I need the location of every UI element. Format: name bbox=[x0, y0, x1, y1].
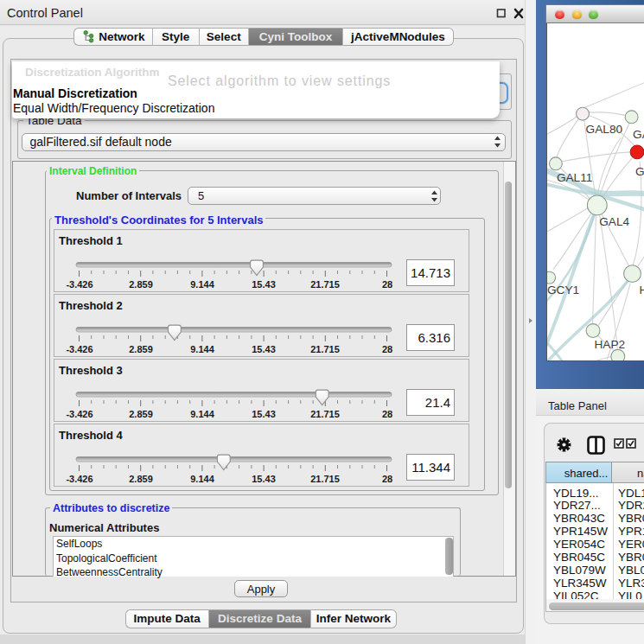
svg-text:GAL4: GAL4 bbox=[599, 215, 629, 228]
svg-text:GAL11: GAL11 bbox=[557, 171, 593, 184]
svg-text:H: H bbox=[640, 284, 644, 296]
svg-text:GA: GA bbox=[633, 128, 644, 141]
svg-text:HAP2: HAP2 bbox=[594, 338, 625, 351]
svg-text:G: G bbox=[635, 165, 644, 178]
svg-text:GAL80: GAL80 bbox=[586, 123, 623, 136]
svg-text:GCY1: GCY1 bbox=[547, 284, 579, 296]
